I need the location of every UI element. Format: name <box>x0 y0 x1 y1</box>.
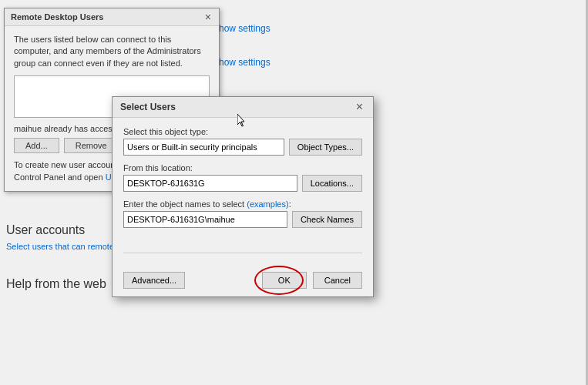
check-names-button[interactable]: Check Names <box>292 211 362 228</box>
help-section: Help from the web <box>6 277 106 296</box>
show-settings-link-2[interactable]: Show settings <box>213 57 270 68</box>
object-type-row: Object Types... <box>123 139 362 156</box>
object-types-button[interactable]: Object Types... <box>289 139 362 156</box>
dialog-titlebar: Select Users × <box>113 97 373 118</box>
object-names-input[interactable] <box>123 211 287 228</box>
object-type-input[interactable] <box>123 139 284 156</box>
rd-add-button[interactable]: Add... <box>14 138 59 153</box>
advanced-button[interactable]: Advanced... <box>123 272 185 289</box>
show-settings-area: Show settings Show settings <box>213 23 270 68</box>
spacer <box>123 231 362 246</box>
locations-button[interactable]: Locations... <box>302 175 362 192</box>
rd-dialog-title: Remote Desktop Users <box>11 12 103 22</box>
dialog-divider <box>123 253 362 253</box>
rd-dialog-titlebar: Remote Desktop Users × <box>5 8 219 26</box>
select-users-dialog: Select Users × Select this object type: … <box>112 96 374 297</box>
location-row: Locations... <box>123 175 362 192</box>
dialog-close-icon[interactable]: × <box>354 101 365 113</box>
examples-link[interactable]: (examples) <box>247 199 288 209</box>
rd-dialog-description: The users listed below can connect to th… <box>14 34 210 69</box>
ok-button[interactable]: OK <box>262 272 307 289</box>
rd-remove-button[interactable]: Remove <box>64 138 119 153</box>
ok-button-wrapper: OK <box>262 272 307 289</box>
dialog-body: Select this object type: Object Types...… <box>113 118 373 267</box>
rd-dialog-close-icon[interactable]: × <box>203 12 213 22</box>
object-type-label: Select this object type: <box>123 127 362 136</box>
show-settings-link-1[interactable]: Show settings <box>213 23 270 34</box>
location-input[interactable] <box>123 175 297 192</box>
dialog-footer: Advanced... OK Cancel <box>113 267 373 296</box>
ok-cancel-group: OK Cancel <box>262 272 362 289</box>
dialog-title: Select Users <box>120 102 176 112</box>
help-header: Help from the web <box>6 277 106 291</box>
from-location-label: From this location: <box>123 163 362 172</box>
enter-names-label: Enter the object names to select (exampl… <box>123 199 362 209</box>
cancel-button[interactable]: Cancel <box>313 272 362 289</box>
object-names-row: Check Names <box>123 211 362 228</box>
